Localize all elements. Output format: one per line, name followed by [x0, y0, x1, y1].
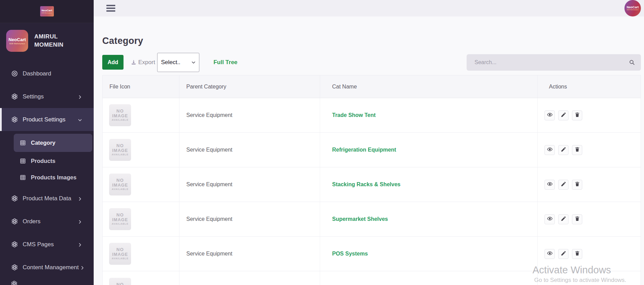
sidebar-subitem-products[interactable]: Products — [0, 153, 94, 169]
gear-flower-icon — [11, 93, 18, 100]
trash-icon — [574, 112, 580, 119]
view-button[interactable] — [545, 145, 555, 155]
sidebar-item-product-settings[interactable]: Product Settings — [0, 108, 94, 131]
sidebar-item-label: Products Images — [31, 174, 77, 181]
view-button[interactable] — [545, 249, 555, 259]
sidebar-subitem-products-images[interactable]: Products Images — [0, 169, 94, 186]
table-grid-icon — [19, 140, 26, 146]
dashboard-icon — [11, 70, 18, 78]
chevron-right-icon — [80, 265, 85, 270]
actions-cell — [538, 133, 641, 167]
brand-logo-large[interactable]: NeoCart B2B Marketplace — [6, 30, 28, 52]
brand-name: NeoCart — [9, 37, 26, 42]
view-button[interactable] — [545, 180, 555, 190]
file-icon-cell: NO IMAGE AVAILABLE — [103, 133, 179, 167]
trash-icon — [574, 250, 580, 257]
delete-button[interactable] — [572, 249, 582, 259]
sidebar-item-product-meta-data[interactable]: Product Meta Data — [0, 187, 94, 210]
product-settings-submenu: Category Products — [0, 131, 94, 187]
hamburger-menu-icon[interactable] — [106, 5, 115, 12]
row-actions — [545, 180, 582, 190]
category-link[interactable]: Trade Show Tent — [332, 112, 376, 118]
sidebar-item-label: Settings — [23, 93, 44, 100]
gear-flower-icon — [11, 241, 18, 248]
eye-icon — [547, 250, 553, 257]
eye-icon — [547, 181, 553, 188]
actions-cell — [538, 202, 641, 236]
category-link[interactable]: Stacking Racks & Shelves — [332, 181, 400, 188]
delete-button[interactable] — [572, 110, 582, 120]
table-grid-icon — [19, 157, 26, 164]
delete-button[interactable] — [572, 145, 582, 155]
file-icon-cell: NO IMAGE AVAILABLE — [103, 202, 179, 236]
cat-name-cell: Supermarket Shelves — [320, 202, 538, 236]
eye-icon — [547, 112, 553, 119]
edit-button[interactable] — [558, 145, 569, 155]
cat-name-cell — [320, 271, 538, 285]
chevron-down-icon — [78, 117, 82, 122]
edit-button[interactable] — [558, 249, 569, 259]
column-header-cat-name: Cat Name — [320, 75, 538, 98]
export-format-select[interactable]: Select.. — [157, 53, 199, 72]
page-title: Category — [102, 36, 641, 46]
category-table: File Icon Parent Category Cat Name Actio… — [102, 75, 641, 285]
sidebar-item-label: Product Meta Data — [23, 195, 71, 202]
sidebar-item-orders[interactable]: Orders — [0, 210, 94, 233]
sidebar-item-cms-pages[interactable]: CMS Pages — [0, 233, 94, 256]
parent-category-cell — [179, 271, 320, 285]
eye-icon — [547, 216, 553, 223]
gear-flower-icon — [11, 218, 18, 225]
trash-icon — [574, 181, 580, 188]
category-link[interactable]: POS Systems — [332, 251, 368, 257]
sidebar-item-partial[interactable] — [0, 279, 94, 285]
table-row: NO IMAGE AVAILABLE Service Equipment Ref… — [103, 133, 641, 167]
user-name: AMIRUL MOMENIN — [34, 33, 72, 49]
brand-tagline: B2B Marketplace — [9, 42, 25, 45]
category-link[interactable]: Refrigeration Equipment — [332, 147, 396, 153]
file-icon-cell: NO IMAGE AVAILABLE — [103, 167, 179, 202]
brand-tagline: B2B Marketplace — [627, 9, 639, 11]
search-input[interactable] — [467, 54, 641, 71]
actions-cell — [538, 167, 641, 202]
sidebar-nav: Dashboard Settings — [0, 59, 94, 285]
search-box — [467, 54, 641, 71]
column-header-actions: Actions — [538, 75, 641, 98]
search-icon[interactable] — [629, 59, 635, 66]
table-row: NO IMAGE AVAILABLE Service Equipment Sup… — [103, 202, 641, 237]
category-link[interactable]: Supermarket Shelves — [332, 216, 388, 222]
delete-button[interactable] — [572, 214, 582, 224]
sidebar-item-label: Category — [31, 140, 56, 146]
user-avatar[interactable]: NeoCart B2B Marketplace — [624, 0, 641, 16]
eye-icon — [547, 146, 553, 153]
trash-icon — [574, 146, 580, 153]
sidebar-item-dashboard[interactable]: Dashboard — [0, 62, 94, 85]
sidebar-subitem-category[interactable]: Category — [14, 134, 92, 152]
row-actions — [545, 214, 582, 224]
view-button[interactable] — [545, 214, 555, 224]
full-tree-link[interactable]: Full Tree — [213, 59, 237, 66]
edit-button[interactable] — [558, 110, 569, 120]
export-format-select-wrap: Select.. — [157, 53, 199, 72]
table-body: NO IMAGE AVAILABLE Service Equipment Tra… — [103, 98, 641, 271]
view-button[interactable] — [545, 110, 555, 120]
brand-name: NeoCart — [42, 9, 52, 12]
sidebar-item-settings[interactable]: Settings — [0, 85, 94, 108]
edit-button[interactable] — [558, 180, 569, 190]
no-image-placeholder: NO IMAGE AVAILABLE — [109, 139, 131, 161]
add-button[interactable]: Add — [102, 55, 124, 70]
export-button[interactable]: Export — [131, 59, 155, 66]
brand-name: NeoCart — [627, 5, 639, 9]
trash-icon — [574, 216, 580, 223]
pencil-icon — [561, 181, 566, 188]
edit-button[interactable] — [558, 214, 569, 224]
delete-button[interactable] — [572, 180, 582, 190]
sidebar-item-label: Products — [31, 158, 56, 164]
cat-name-cell: Refrigeration Equipment — [320, 133, 538, 167]
parent-category-cell: Service Equipment — [179, 133, 320, 167]
gear-flower-icon — [11, 280, 18, 285]
row-actions — [545, 110, 582, 120]
sidebar-item-content-management[interactable]: Content Management — [0, 256, 94, 279]
export-label: Export — [138, 59, 155, 66]
brand-logo-small[interactable]: NeoCart B2B Marketplace — [40, 6, 54, 16]
brand-tagline: B2B Marketplace — [42, 12, 52, 14]
